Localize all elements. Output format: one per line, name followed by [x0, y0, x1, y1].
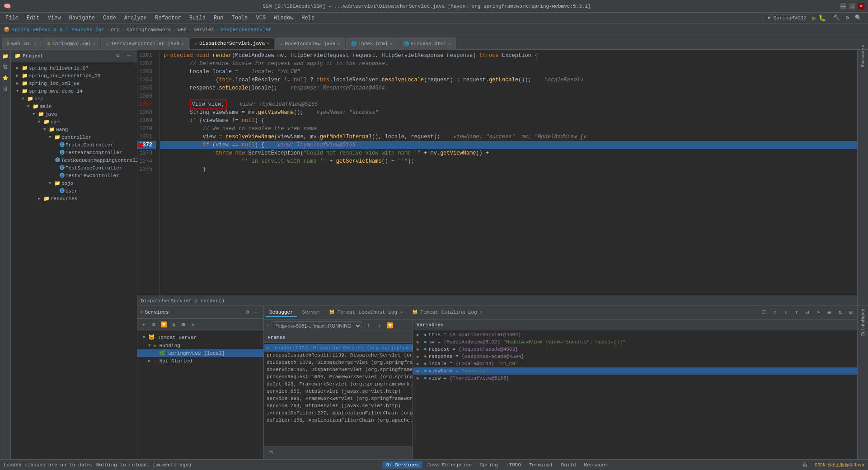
nav-build[interactable]: Build [558, 461, 580, 469]
dbg-table-icon[interactable]: ⊞ [825, 308, 834, 317]
menu-view[interactable]: View [44, 14, 65, 22]
build-icon[interactable]: 🔨 [832, 14, 841, 23]
tab-index[interactable]: 🌐 index.html ✕ [346, 38, 398, 49]
tree-item-main[interactable]: ▼ 📁 main [11, 103, 137, 110]
tree-item-testviewctrl[interactable]: 🅒 TestViewController [11, 172, 137, 179]
var-response[interactable]: ▶ ● response = {ResponseFacade@4504} [413, 353, 857, 360]
tree-item-pojo[interactable]: ▼ 📁 pojo [11, 179, 137, 187]
menu-run[interactable]: Run [210, 14, 227, 22]
tab-tomcat-localhost-log[interactable]: 🐱 Tomcat Localhost Log ✕ [325, 309, 406, 317]
project-settings-icon[interactable]: ⚙ [113, 52, 122, 61]
tab-close-success[interactable]: ✕ [448, 41, 451, 47]
run-button[interactable]: ▶ [812, 14, 816, 23]
database-icon[interactable]: Database [859, 320, 868, 329]
frame-item-2[interactable]: doDispatch:1078, DispatcherServlet (org.… [264, 359, 413, 366]
frame-item-4[interactable]: processRequest:1006, FrameworkServlet (o… [264, 373, 413, 381]
breadcrumb-web[interactable]: web [178, 27, 187, 33]
project-minimize-icon[interactable]: — [124, 52, 133, 61]
tree-item-ioc-xml[interactable]: ▶ 📁 spring_ioc_xml_08 [11, 80, 137, 87]
persistence-icon[interactable]: 🗄 [1, 84, 10, 93]
dbg-down-icon[interactable]: ⬇ [781, 308, 790, 317]
frame-item-1[interactable]: processDispatchResult:1139, DispatcherSe… [264, 352, 413, 359]
tree-item-mvc-demo[interactable]: ▼ 📁 spring_mvc_demo_14 [11, 87, 137, 95]
var-this[interactable]: ▶ ● this = {DispatcherServlet@4502} [413, 331, 857, 338]
structure-icon[interactable]: 🏗 [1, 62, 10, 71]
project-icon[interactable]: 📁 [1, 52, 10, 61]
menu-navigate[interactable]: Navigate [65, 14, 99, 22]
services-springmvc02[interactable]: 🌿 SpringMVC02 [local] [137, 349, 263, 357]
tab-close-webxml[interactable]: ✕ [34, 41, 37, 47]
menu-code[interactable]: Code [99, 14, 120, 22]
tab-close-springmvc[interactable]: ✕ [93, 41, 95, 47]
breadcrumb-class[interactable]: DispatcherServlet [221, 27, 272, 33]
frames-down-icon[interactable]: ↓ [375, 321, 384, 330]
tab-springmvc[interactable]: ⚙ springmvc.xml ✕ [42, 38, 100, 49]
dbg-step-icon[interactable]: ↷ [814, 308, 823, 317]
services-not-started[interactable]: ▶ ✕ Not Started [137, 357, 263, 365]
nav-services[interactable]: 8: Services [382, 461, 422, 469]
frames-up-icon[interactable]: ↑ [364, 321, 373, 330]
tab-debugger[interactable]: Debugger [266, 309, 297, 317]
tree-item-com[interactable]: ▼ 📁 com [11, 118, 137, 126]
var-locale[interactable]: ▶ ● locale = {Locale@5144} "zh_CN" [413, 360, 857, 367]
tab-close-mav[interactable]: ✕ [338, 41, 340, 47]
var-request[interactable]: ▶ ● request = {RequestFacade@4503} [413, 346, 857, 353]
frames-filter-icon[interactable]: 🔽 [385, 321, 394, 330]
breadcrumb-org[interactable]: org [111, 27, 120, 33]
tree-item-ioc-annotation[interactable]: ▶ 📁 spring_ioc_annotation_09 [11, 72, 137, 80]
tab-dispatcher[interactable]: ☕ DispatcherServlet.java ✕ [190, 38, 274, 49]
services-expand-icon[interactable]: ⊞ [179, 320, 188, 329]
menu-build[interactable]: Build [186, 14, 209, 22]
tab-testview[interactable]: ☕ TestViewController.java ✕ [101, 38, 189, 49]
services-sort-icon[interactable]: ⇅ [169, 320, 178, 329]
menu-tools[interactable]: Tools [228, 14, 252, 22]
nav-spring[interactable]: Spring [476, 461, 502, 469]
dbg-sort-icon[interactable]: ⇅ [835, 308, 845, 317]
tab-close-dispatcher[interactable]: ✕ [267, 41, 269, 46]
services-add-icon[interactable]: + [139, 320, 148, 329]
tree-item-src[interactable]: ▼ 📁 src [11, 95, 137, 103]
search-everywhere-icon[interactable]: 🔍 [854, 14, 863, 23]
tab-server[interactable]: Server [299, 309, 324, 317]
thread-selector[interactable]: *http-nio-8081-...'main': RUNNING [272, 321, 362, 330]
services-group-icon[interactable]: ≡ [149, 320, 158, 329]
dbg-expand-right-icon[interactable]: ⊡ [846, 308, 855, 317]
tree-item-helloworld[interactable]: ▶ 📁 spring_helloworld_07 [11, 64, 137, 72]
tab-close-index[interactable]: ✕ [390, 41, 393, 47]
tree-item-java[interactable]: ▼ 📁 java [11, 110, 137, 118]
tree-item-testrequestmapping[interactable]: 🅒 TestRequestMappingControll... [11, 156, 137, 164]
frame-item-5[interactable]: doGet:898, FrameworkServlet (org.springf… [264, 381, 413, 388]
services-settings-icon[interactable]: ⚙ [243, 308, 252, 317]
dbg-upload-icon[interactable]: ⬆ [792, 308, 801, 317]
favorites-icon[interactable]: ⭐ [1, 73, 10, 82]
debug-button[interactable]: 🐛 [818, 14, 826, 22]
menu-file[interactable]: File [2, 14, 22, 22]
close-button[interactable]: ✕ [858, 3, 864, 9]
services-tomcat[interactable]: ▼ 🐱 Tomcat Server [137, 333, 263, 342]
frame-item-3[interactable]: doService:961, DispatcherServlet (org.sp… [264, 366, 413, 373]
menu-window[interactable]: Window [270, 14, 297, 22]
tree-item-protal[interactable]: 🅒 ProtalController [11, 141, 137, 149]
tab-tomcat-catalina-log[interactable]: 🐱 Tomcat Catalina Log ✕ [408, 309, 487, 317]
breadcrumb-jar[interactable]: spring-webmvc-5.3.1-sources.jar [12, 27, 104, 33]
frame-item-0[interactable]: ▶ render:1372, DispatcherServlet (org.sp… [264, 344, 413, 352]
run-config-select[interactable]: ▼ SpringMVC02 [764, 14, 811, 22]
tab-modelandview[interactable]: ☕ ModelAndView.java ✕ [275, 38, 345, 49]
var-mv[interactable]: ▶ ● mv = {ModelAndView@5102} "ModelAndVi… [413, 338, 857, 346]
nav-java-enterprise[interactable]: Java Enterprise [423, 461, 475, 469]
maximize-button[interactable]: □ [849, 3, 855, 9]
frame-item-9[interactable]: internalDoFilter:227, ApplicationFilterC… [264, 409, 413, 417]
tree-item-controller[interactable]: ▼ 📁 controller [11, 133, 137, 141]
nav-todo[interactable]: :TODO [502, 461, 525, 469]
code-editor[interactable]: 1361 1362 1363 1364 1365 1366 1367 1368 … [137, 50, 868, 306]
breadcrumb-springframework[interactable]: springframework [127, 27, 171, 33]
frame-item-7[interactable]: service:883, FrameworkServlet (org.sprin… [264, 395, 413, 402]
tab-webxml[interactable]: ⚙ web.xml ✕ [2, 38, 42, 49]
code-content[interactable]: protected void render(ModelAndView mv, H… [160, 50, 868, 296]
dbg-list-icon[interactable]: ☰ [760, 308, 769, 317]
tree-item-testscope[interactable]: 🅒 TestScopeController [11, 164, 137, 172]
nav-messages[interactable]: Messages [581, 461, 612, 469]
tree-item-resources[interactable]: ▶ 📁 resources [11, 195, 137, 202]
frame-item-8[interactable]: service:764, HttpServlet (javax.servlet.… [264, 402, 413, 409]
nav-terminal[interactable]: Terminal [525, 461, 557, 469]
